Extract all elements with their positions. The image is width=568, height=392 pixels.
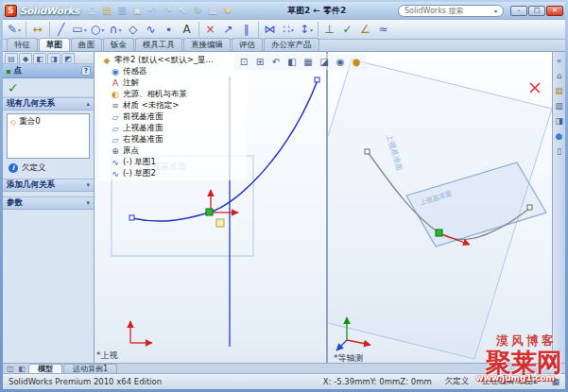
tree-item-lights[interactable]: ◐ 光源、相机与布景 [99,89,247,100]
tab-office-products[interactable]: 办公室产品 [264,38,319,51]
relations-list[interactable]: ◇ 重合0 [7,113,90,159]
maximize-button[interactable]: □ [528,6,545,16]
smart-dimension-icon[interactable]: ↔ [29,21,46,39]
task-pane-collapse-icon[interactable]: « [554,54,565,66]
spline-endpoint[interactable] [527,205,532,210]
repair-sketch-icon[interactable]: ✓ [339,21,356,39]
model-tab[interactable]: 模型 [28,364,62,373]
design-library-icon[interactable]: ▤ [554,84,565,96]
icon-glyph: ▥ [117,6,126,15]
redo-icon[interactable]: ↷ [161,4,175,18]
display-style-icon[interactable]: ◪ [318,55,332,69]
minimize-button[interactable]: – [510,6,527,16]
spline-endpoint[interactable] [365,149,370,154]
tree-item-origin[interactable]: ⊕ 原点 [99,145,247,157]
options-icon[interactable]: ✱ [221,4,235,18]
selected-point[interactable] [436,230,442,236]
file-explorer-icon[interactable]: ▥ [554,99,565,111]
save-icon[interactable]: ▥ [115,4,129,18]
parameters-group-header[interactable]: 参数 ▾ [3,196,94,210]
tab-evaluate[interactable]: 评估 [232,38,263,51]
split-vertical-icon[interactable]: ◧ [16,364,27,373]
display-relations-icon[interactable]: ⊥ [321,21,338,39]
new-icon[interactable]: ▢ [85,4,99,18]
section-view-icon[interactable]: ◧ [285,55,300,69]
search-input[interactable] [404,7,491,15]
tab-surfaces[interactable]: 曲面 [71,38,102,51]
rapid-sketch-icon[interactable]: ≈ [375,21,392,39]
point-icon[interactable]: ∙ [161,21,178,39]
hide-show-items-icon[interactable]: ◉ [334,55,348,69]
view-orientation-icon[interactable]: ▦ [301,55,316,69]
tree-item-sensors[interactable]: ◉ 传感器 [99,66,247,77]
tree-item-right-plane[interactable]: ▱ 右视基准面 [99,134,247,145]
quick-snaps-icon[interactable]: ∠ [357,21,374,39]
display-manager-tab[interactable]: ◩ [61,53,75,63]
text-icon[interactable]: A [179,21,196,39]
search-box[interactable]: ▾ [398,5,504,17]
circle-icon[interactable]: ○ ▾ [89,21,106,39]
configuration-manager-tab[interactable]: ◧ [33,53,46,63]
motion-study-tab[interactable]: 运动算例1 [63,364,117,373]
viewport-splitter[interactable] [326,52,328,363]
spline-endpoint[interactable] [129,215,134,220]
print-icon[interactable]: ▣ [130,4,145,18]
property-manager-tab[interactable]: ◆ [19,53,32,63]
open-icon[interactable]: ▤ [100,4,114,18]
tab-features[interactable]: 特征 [7,38,38,51]
tab-sketch[interactable]: 草图 [39,38,70,51]
feature-tree-tab[interactable]: ▤ [5,53,18,63]
right-viewport-canvas[interactable]: 上视基准面 上视基准面 [328,52,552,363]
selected-point[interactable] [206,209,213,215]
tree-item-front-plane[interactable]: ▱ 前视基准面 [99,111,247,123]
custom-properties-icon[interactable]: ▯ [554,145,565,157]
convert-entities-icon[interactable]: ↗ [220,21,237,39]
tab-sheet-metal[interactable]: 钣金 [103,38,134,51]
graphics-area[interactable]: 上视基准面 *上视 [95,52,565,363]
split-horizontal-icon[interactable]: ◫ [5,364,16,373]
ok-check-button[interactable]: ✓ [8,80,19,95]
existing-relations-group-header[interactable]: 现有几何关系 ▴ [3,97,94,111]
rectangle-icon[interactable]: ▭ ▾ [71,21,88,39]
separator [318,22,318,37]
coincident-relation-badge[interactable] [216,219,224,227]
arc-icon[interactable]: ∩ ▾ [107,21,124,39]
relation-list-item[interactable]: ◇ 重合0 [9,115,88,128]
sketch-icon[interactable]: ✎ ▾ [6,21,23,39]
mirror-entities-icon[interactable]: ⋈ [262,21,279,39]
spline-icon[interactable]: ∿ [143,21,160,39]
trim-entities-icon[interactable]: × [202,21,219,39]
help-icon[interactable]: ? [81,66,91,76]
resources-icon[interactable]: ⌂ [554,69,565,81]
zoom-area-icon[interactable]: ⊞ [253,55,267,69]
tree-item-material[interactable]: ≡ 材质 <未指定> [99,100,247,111]
tab-mold-tools[interactable]: 模具工具 [135,38,182,51]
tab-direct-editing[interactable]: 直接编辑 [183,38,231,51]
add-relations-group-header[interactable]: 添加几何关系 ▾ [3,179,94,192]
tree-item-part[interactable]: ◆ 零件2 (默认<<默认>_显... [99,55,247,66]
close-button[interactable]: ✕ [546,6,563,16]
right-viewport[interactable]: 上视基准面 上视基准面 [328,52,552,363]
tree-item-sketch2[interactable]: ∿ (-) 草图2 [99,168,247,179]
appearances-pane-icon[interactable]: ● [554,129,565,142]
undo-icon[interactable]: ↶ [146,4,160,18]
line-icon[interactable]: ╱ [53,21,70,39]
tree-item-top-plane[interactable]: ▱ 上视基准面 [99,123,247,134]
file-properties-icon[interactable]: ▦ [206,4,220,18]
move-entities-icon[interactable]: ↕ ▾ [298,21,315,39]
offset-entities-icon[interactable]: ∥ [238,21,255,39]
zoom-fit-icon[interactable]: ⊡ [237,55,251,69]
chevron-down-icon[interactable]: ▾ [494,8,497,14]
spline-endpoint[interactable] [315,77,319,82]
tree-item-annotations[interactable]: A 注解 [99,77,247,89]
appearances-icon[interactable]: ● [350,55,364,69]
previous-view-icon[interactable]: ↶ [269,55,284,69]
dimxpert-tab[interactable]: ◨ [47,53,60,63]
panel-tab-icon: ◩ [64,55,72,63]
polygon-icon[interactable]: ◇ [125,21,142,39]
select-icon[interactable]: ↖ [176,4,190,18]
tree-item-sketch1[interactable]: ∿ (-) 草图1 [99,157,247,168]
linear-pattern-icon[interactable]: ∷ ▾ [280,21,297,39]
rebuild-icon[interactable]: ↻ [191,4,205,18]
view-palette-icon[interactable]: ◨ [554,114,565,127]
